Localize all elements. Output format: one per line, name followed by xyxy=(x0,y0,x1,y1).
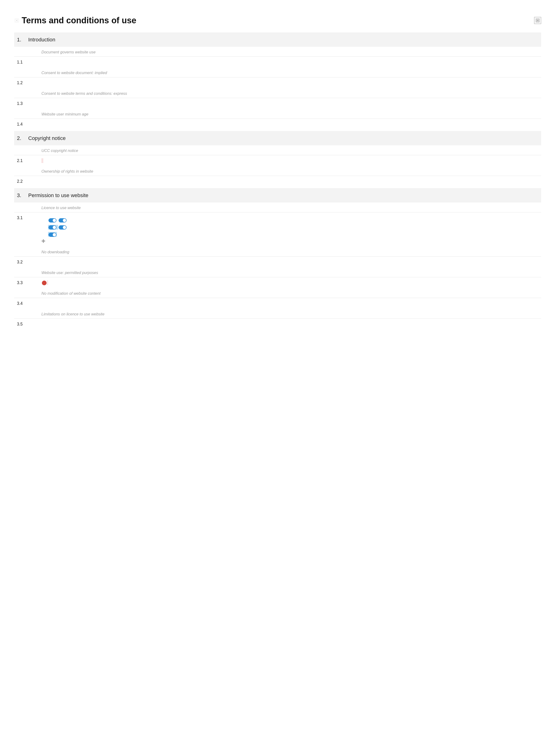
clause-num: 1.4 xyxy=(14,121,28,127)
section-num: 2. xyxy=(14,134,28,142)
clause-note: UCC copyright notice xyxy=(28,148,78,154)
clause-num: 1.3 xyxy=(14,101,28,107)
clause-body xyxy=(28,321,539,327)
note-row: Website use: permitted purposes xyxy=(14,267,541,277)
note-row: UCC copyright notice xyxy=(14,145,541,155)
clause-body xyxy=(28,80,539,86)
clause-2-1: 2.1 xyxy=(14,155,541,166)
clause-body xyxy=(28,59,539,65)
section-header-1: 1. Introduction xyxy=(14,32,541,47)
section-label: Permission to use website xyxy=(28,191,89,199)
list-item xyxy=(41,321,539,322)
clause-num: 3.1 xyxy=(14,215,28,244)
sublist xyxy=(41,321,539,322)
sublist xyxy=(41,178,539,180)
document-header: Terms and conditions of use xyxy=(14,14,541,27)
clause-body xyxy=(28,178,539,184)
section-header-3: 3. Permission to use website xyxy=(14,188,541,202)
clause-note: Consent to website document: implied xyxy=(28,70,107,76)
clause-body: ✚ xyxy=(28,215,539,244)
clause-3-1: 3.1 ✚ xyxy=(14,212,541,247)
clause-num: 3.2 xyxy=(14,259,28,265)
section-label: Introduction xyxy=(28,36,55,43)
add-item-icon[interactable]: ✚ xyxy=(41,239,46,243)
clause-body xyxy=(28,300,539,306)
note-row: Website user minimum age xyxy=(14,109,541,119)
sublist xyxy=(41,215,539,238)
highlighted-text[interactable] xyxy=(48,225,58,230)
note-row: No downloading xyxy=(14,247,541,257)
note-row: Licence to use website xyxy=(14,202,541,212)
note-row: Limitations on licence to use website xyxy=(14,309,541,319)
clause-3-3: 3.3 xyxy=(14,277,541,288)
clause-note: Limitations on licence to use website xyxy=(28,311,105,317)
document-title: Terms and conditions of use xyxy=(22,14,136,27)
clause-note: Document governs website use xyxy=(28,49,96,55)
clause-num: 3.5 xyxy=(14,321,28,327)
list-item-body xyxy=(48,217,539,223)
clause-2-2: 2.2 xyxy=(14,176,541,187)
list-item-body xyxy=(48,231,539,237)
clause-body xyxy=(28,121,539,127)
clause-note: Licence to use website xyxy=(28,205,81,211)
clause-body xyxy=(28,158,539,164)
clause-num: 2.1 xyxy=(14,158,28,164)
clause-num: 3.3 xyxy=(14,280,28,286)
clause-note: No downloading xyxy=(28,249,69,255)
note-row: Ownership of rights in website xyxy=(14,166,541,176)
list-item xyxy=(41,224,539,231)
section-label: Copyright notice xyxy=(28,134,65,142)
section-num: 3. xyxy=(14,191,28,199)
collapse-icon[interactable] xyxy=(14,18,19,23)
clause-note: Website use: permitted purposes xyxy=(28,270,98,276)
option-toggle[interactable] xyxy=(58,218,66,223)
section-header-2: 2. Copyright notice xyxy=(14,131,541,145)
or-badge[interactable] xyxy=(42,281,46,285)
clause-note: Website user minimum age xyxy=(28,111,89,117)
clause-num: 2.2 xyxy=(14,178,28,184)
clause-body xyxy=(28,259,539,265)
list-item xyxy=(41,231,539,238)
clause-1-4: 1.4 xyxy=(14,119,541,130)
option-toggle[interactable] xyxy=(48,218,56,223)
clause-1-2: 1.2 xyxy=(14,78,541,88)
list-item xyxy=(41,179,539,180)
clause-note: No modification of website content xyxy=(28,290,101,296)
clause-3-4: 3.4 xyxy=(14,298,541,309)
clause-num: 1.1 xyxy=(14,59,28,65)
clause-1-1: 1.1 xyxy=(14,57,541,67)
clause-1-3: 1.3 xyxy=(14,98,541,109)
placeholder-field[interactable] xyxy=(47,280,48,285)
clause-num: 3.4 xyxy=(14,300,28,306)
note-row: Consent to website terms and conditions:… xyxy=(14,88,541,98)
toc-button[interactable] xyxy=(534,17,541,24)
list-item-num xyxy=(41,231,48,237)
list-item-body xyxy=(48,224,539,230)
list-item-num xyxy=(41,224,48,230)
note-row: Document governs website use xyxy=(14,47,541,57)
clause-num: 1.2 xyxy=(14,80,28,86)
clause-body xyxy=(28,101,539,107)
section-num: 1. xyxy=(14,36,28,43)
option-toggle[interactable] xyxy=(58,225,66,230)
placeholder-field[interactable] xyxy=(42,158,43,163)
highlighted-text[interactable] xyxy=(48,232,57,237)
option-toggle[interactable] xyxy=(48,225,56,230)
list-item-num xyxy=(41,217,48,223)
option-toggle[interactable] xyxy=(48,233,56,237)
clause-note: Ownership of rights in website xyxy=(28,168,93,174)
note-row: No modification of website content xyxy=(14,288,541,298)
list-item xyxy=(41,216,539,224)
clause-3-2: 3.2 xyxy=(14,257,541,267)
clause-note: Consent to website terms and conditions:… xyxy=(28,91,127,97)
title-wrap: Terms and conditions of use xyxy=(14,14,136,27)
note-row: Consent to website document: implied xyxy=(14,67,541,78)
clause-body xyxy=(28,280,539,286)
clause-3-5: 3.5 xyxy=(14,319,541,329)
